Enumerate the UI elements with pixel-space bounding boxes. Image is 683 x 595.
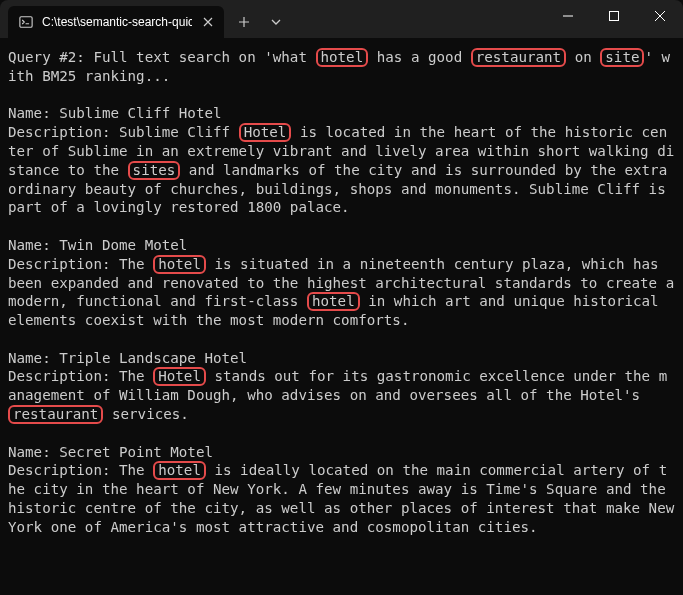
terminal-output[interactable]: Query #2: Full text search on 'what hote… bbox=[0, 38, 683, 595]
result-name: Name: Triple Landscape Hotel bbox=[8, 349, 675, 368]
highlight-term: hotel bbox=[307, 292, 360, 311]
new-tab-button[interactable] bbox=[228, 6, 260, 38]
result-name: Name: Sublime Cliff Hotel bbox=[8, 104, 675, 123]
close-window-button[interactable] bbox=[637, 0, 683, 32]
highlight-term: restaurant bbox=[8, 405, 103, 424]
highlight-term: restaurant bbox=[471, 48, 566, 67]
highlight-term: hotel bbox=[153, 255, 206, 274]
result-name: Name: Twin Dome Motel bbox=[8, 236, 675, 255]
result-description: Description: Sublime Cliff Hotel is loca… bbox=[8, 123, 675, 217]
maximize-button[interactable] bbox=[591, 0, 637, 32]
result-description: Description: The hotel is situated in a … bbox=[8, 255, 675, 330]
highlight-term: hotel bbox=[316, 48, 369, 67]
close-tab-icon[interactable] bbox=[200, 14, 216, 30]
svg-rect-0 bbox=[20, 17, 32, 28]
window-controls bbox=[545, 0, 683, 32]
highlight-term: sites bbox=[128, 161, 181, 180]
highlight-term: Hotel bbox=[153, 367, 206, 386]
svg-rect-1 bbox=[610, 12, 619, 21]
minimize-button[interactable] bbox=[545, 0, 591, 32]
result-name: Name: Secret Point Motel bbox=[8, 443, 675, 462]
result-description: Description: The Hotel stands out for it… bbox=[8, 367, 675, 424]
highlight-term: site bbox=[600, 48, 644, 67]
query-line: Query #2: Full text search on 'what hote… bbox=[8, 48, 675, 86]
tab-title: C:\test\semantic-search-quick bbox=[42, 15, 192, 29]
titlebar: C:\test\semantic-search-quick bbox=[0, 0, 683, 38]
terminal-icon bbox=[18, 14, 34, 30]
result-description: Description: The hotel is ideally locate… bbox=[8, 461, 675, 536]
active-tab[interactable]: C:\test\semantic-search-quick bbox=[8, 6, 224, 38]
highlight-term: Hotel bbox=[239, 123, 292, 142]
tab-dropdown-button[interactable] bbox=[260, 6, 292, 38]
highlight-term: hotel bbox=[153, 461, 206, 480]
